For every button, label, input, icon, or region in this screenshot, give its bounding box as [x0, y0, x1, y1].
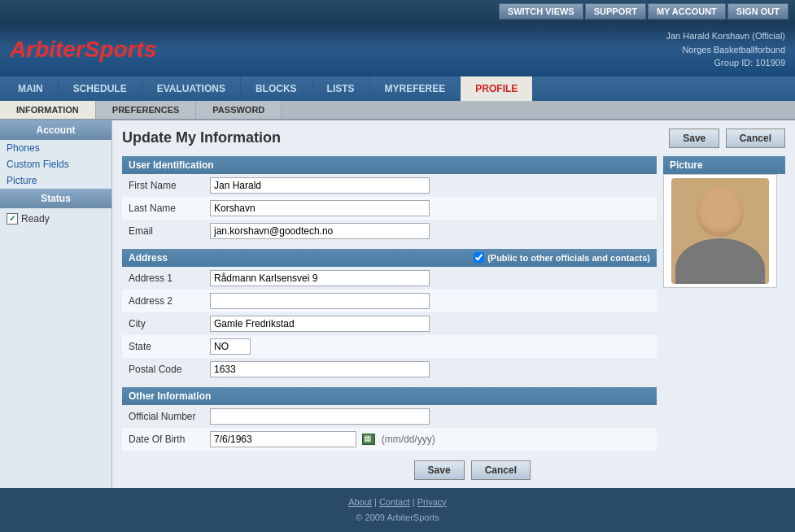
organization: Norges Basketballforbund — [666, 43, 785, 57]
address2-input[interactable] — [210, 293, 430, 309]
logo-arbiter: Arbiter — [10, 37, 85, 62]
sidebar-link-picture[interactable]: Picture — [0, 172, 111, 189]
postal-cell — [203, 358, 657, 381]
last-name-label: Last Name — [122, 197, 203, 220]
address2-label: Address 2 — [122, 290, 203, 312]
switch-views-button[interactable]: Switch Views — [499, 3, 583, 20]
logo: ArbiterSports — [10, 37, 156, 63]
nav-blocks[interactable]: Blocks — [241, 76, 312, 101]
avatar — [671, 178, 769, 284]
form-left: User Identification First Name Last Name… — [122, 156, 657, 480]
sidebar-link-phones[interactable]: Phones — [0, 140, 111, 156]
nav-main[interactable]: Main — [3, 76, 59, 101]
other-info-table: Official Number Date Of Birth (mm/dd/yyy… — [122, 405, 657, 451]
top-cancel-button[interactable]: Cancel — [726, 129, 785, 148]
calendar-icon[interactable] — [362, 434, 375, 445]
ready-checkbox[interactable]: ✓ — [7, 213, 18, 225]
bottom-actions: Save Cancel — [122, 460, 657, 480]
top-save-button[interactable]: Save — [669, 129, 719, 148]
account-section-header: Account — [0, 120, 111, 140]
support-button[interactable]: Support — [585, 3, 646, 20]
sign-out-button[interactable]: Sign Out — [727, 3, 788, 20]
email-cell — [203, 220, 657, 242]
sidebar-link-custom-fields[interactable]: Custom Fields — [0, 156, 111, 172]
picture-box — [663, 174, 777, 288]
table-row: State — [122, 335, 657, 358]
other-info-header: Other Information — [122, 387, 657, 405]
last-name-input[interactable] — [210, 200, 430, 216]
city-cell — [203, 312, 657, 335]
address-title: Address — [129, 252, 168, 264]
postal-input[interactable] — [210, 361, 430, 377]
city-input[interactable] — [210, 316, 430, 332]
first-name-label: First Name — [122, 174, 203, 197]
status-ready: ✓ Ready — [0, 208, 111, 229]
dob-input[interactable] — [210, 431, 356, 447]
footer-about-link[interactable]: About — [348, 497, 372, 507]
address-header: Address (Public to other officials and c… — [122, 249, 657, 267]
bottom-save-button[interactable]: Save — [414, 460, 465, 480]
bottom-cancel-button[interactable]: Cancel — [471, 460, 531, 480]
table-row: Date Of Birth (mm/dd/yyy) — [122, 428, 657, 451]
email-label: Email — [122, 220, 203, 242]
page-title-row: Update My Information Save Cancel — [122, 129, 785, 148]
email-input[interactable] — [210, 223, 430, 239]
table-row: Postal Code — [122, 358, 657, 381]
table-row: Address 1 — [122, 267, 657, 290]
tab-information[interactable]: Information — [0, 101, 96, 119]
user-info: Jan Harald Korshavn (Official) Norges Ba… — [666, 29, 785, 70]
address2-cell — [203, 290, 657, 312]
public-checkbox[interactable] — [474, 252, 484, 263]
dob-cell: (mm/dd/yyy) — [203, 428, 657, 451]
address1-cell — [203, 267, 657, 290]
ready-label: Ready — [21, 213, 50, 225]
footer-copyright: © 2009 ArbiterSports — [7, 510, 788, 526]
table-row: Address 2 — [122, 290, 657, 312]
avatar-head — [697, 186, 744, 237]
status-section-header: Status — [0, 189, 111, 208]
table-row: First Name — [122, 174, 657, 197]
footer-privacy-link[interactable]: Privacy — [417, 497, 447, 507]
dob-format-hint: (mm/dd/yyy) — [382, 434, 435, 445]
footer: About | Contact | Privacy © 2009 Arbiter… — [0, 488, 795, 533]
state-label: State — [122, 335, 203, 358]
tab-password[interactable]: Password — [196, 101, 282, 119]
dob-label: Date Of Birth — [122, 428, 203, 451]
official-number-input[interactable] — [210, 408, 430, 425]
nav-profile[interactable]: Profile — [461, 76, 533, 101]
address1-label: Address 1 — [122, 267, 203, 290]
first-name-input[interactable] — [210, 177, 430, 194]
public-checkbox-area: (Public to other officials and contacts) — [474, 252, 650, 263]
nav-schedule[interactable]: Schedule — [59, 76, 142, 101]
logo-sports: Sports — [85, 37, 157, 62]
user-id-table: First Name Last Name Email — [122, 174, 657, 242]
address1-input[interactable] — [210, 270, 430, 286]
first-name-cell — [203, 174, 657, 197]
tab-preferences[interactable]: Preferences — [96, 101, 197, 119]
sub-nav: Information Preferences Password — [0, 101, 795, 120]
form-container: User Identification First Name Last Name… — [122, 156, 785, 480]
form-right: Picture — [663, 156, 785, 480]
content-wrapper: Account Phones Custom Fields Picture Sta… — [0, 120, 795, 488]
group-id: Group ID: 101909 — [666, 56, 785, 70]
avatar-body — [675, 238, 765, 284]
official-number-label: Official Number — [122, 405, 203, 428]
main-nav: Main Schedule Evaluations Blocks Lists M… — [0, 76, 795, 101]
user-name: Jan Harald Korshavn (Official) — [666, 29, 785, 43]
nav-lists[interactable]: Lists — [312, 76, 370, 101]
table-row: Official Number — [122, 405, 657, 428]
picture-header: Picture — [663, 156, 785, 174]
nav-evaluations[interactable]: Evaluations — [142, 76, 241, 101]
nav-myreferee[interactable]: MyReferee — [370, 76, 461, 101]
public-label: (Public to other officials and contacts) — [487, 253, 650, 263]
table-row: City — [122, 312, 657, 335]
official-number-cell — [203, 405, 657, 428]
footer-contact-link[interactable]: Contact — [379, 497, 410, 507]
my-account-button[interactable]: My Account — [648, 3, 726, 20]
header: ArbiterSports Jan Harald Korshavn (Offic… — [0, 23, 795, 76]
postal-label: Postal Code — [122, 358, 203, 381]
main-panel: Update My Information Save Cancel User I… — [112, 120, 795, 488]
state-input[interactable] — [210, 338, 251, 355]
state-cell — [203, 335, 657, 358]
table-row: Last Name — [122, 197, 657, 220]
